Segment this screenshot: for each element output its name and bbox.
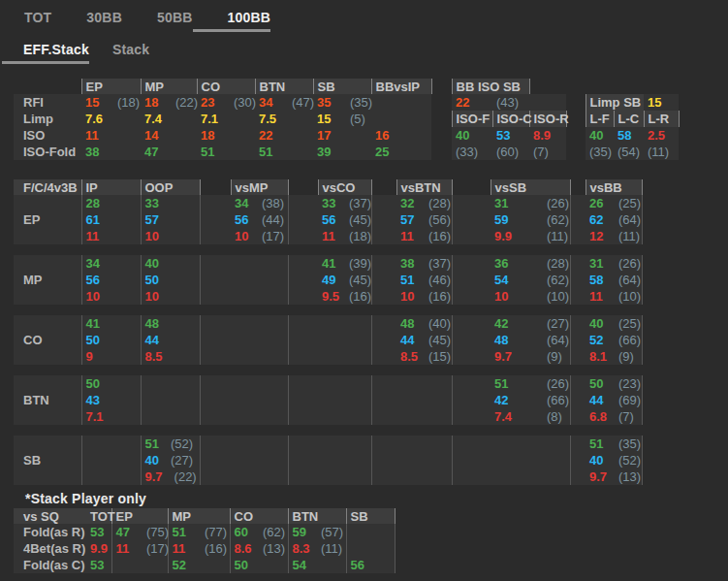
- value-cell: 12: [586, 228, 615, 244]
- value-cell: (28): [543, 255, 570, 272]
- value-cell: 59: [288, 524, 317, 540]
- value-cell: 39: [313, 144, 346, 160]
- value-cell: (7): [615, 408, 642, 425]
- value-cell: [345, 468, 371, 485]
- value-cell: [371, 375, 396, 392]
- value-cell: 7.4: [141, 111, 172, 127]
- value-cell: [570, 255, 586, 272]
- squeeze-table-title: *Stack Player only: [25, 491, 728, 506]
- value-cell: [288, 436, 318, 452]
- value-cell: (62): [259, 524, 288, 540]
- value-cell: [371, 408, 396, 425]
- value-cell: (11): [317, 540, 346, 557]
- value-cell: [317, 557, 346, 573]
- value-cell: [452, 255, 491, 272]
- value-cell: [570, 272, 586, 288]
- value-cell: 58: [586, 272, 615, 288]
- value-cell: [371, 272, 396, 288]
- header-cell: ISO-C: [492, 111, 529, 127]
- value-cell: [288, 452, 318, 468]
- value-cell: (26): [615, 255, 642, 272]
- value-cell: [231, 468, 258, 485]
- value-cell: [452, 211, 491, 228]
- value-cell: 60: [230, 524, 259, 540]
- value-cell: [566, 94, 586, 111]
- tab-50bb[interactable]: 50BB: [157, 10, 193, 32]
- value-cell: 40: [141, 255, 200, 272]
- value-cell: [288, 408, 318, 425]
- value-cell: [231, 392, 258, 408]
- value-cell: [529, 79, 566, 94]
- value-cell: 11: [168, 540, 201, 557]
- value-cell: (26): [543, 375, 570, 392]
- value-cell: [288, 228, 318, 244]
- value-cell: [371, 315, 396, 332]
- header-cell: SB: [346, 508, 395, 524]
- value-cell: (35): [586, 144, 614, 160]
- tab-stack[interactable]: Stack: [112, 42, 149, 64]
- value-cell: 7.6: [81, 111, 113, 127]
- value-cell: [200, 211, 231, 228]
- value-cell: [230, 144, 255, 160]
- value-cell: 6.8: [586, 408, 615, 425]
- poker-stats-panel: TOT 30BB 50BB 100BB EFF.Stack Stack EPMP…: [0, 0, 728, 573]
- value-cell: 34: [231, 195, 258, 211]
- value-cell: [345, 375, 371, 392]
- value-cell: [529, 94, 566, 111]
- tab-100bb[interactable]: 100BB: [228, 10, 271, 32]
- value-cell: [371, 211, 396, 228]
- value-cell: (44): [258, 211, 288, 228]
- value-cell: [371, 111, 431, 127]
- value-cell: [566, 111, 586, 127]
- value-cell: [231, 375, 258, 392]
- row-label: 4Bet(as R): [14, 540, 86, 557]
- value-cell: [288, 111, 313, 127]
- value-cell: 50: [230, 557, 259, 573]
- value-cell: 10: [231, 228, 258, 244]
- value-cell: (25): [615, 195, 642, 211]
- header-cell: BB ISO SB: [452, 79, 529, 94]
- tab-tot[interactable]: TOT: [24, 10, 51, 32]
- value-cell: (16): [201, 540, 230, 557]
- value-cell: [570, 348, 586, 365]
- value-cell: [345, 332, 371, 348]
- value-cell: 42: [491, 315, 543, 332]
- header-cell: SB: [313, 79, 371, 94]
- value-cell: (11): [543, 228, 570, 244]
- value-cell: [491, 436, 543, 452]
- value-cell: [258, 375, 288, 392]
- value-cell: [543, 468, 570, 485]
- value-cell: (9): [615, 348, 642, 365]
- value-cell: [258, 452, 288, 468]
- tab-30bb[interactable]: 30BB: [86, 10, 122, 32]
- value-cell: [425, 452, 452, 468]
- value-cell: [570, 228, 586, 244]
- value-cell: [345, 315, 371, 332]
- value-cell: [258, 392, 288, 408]
- value-cell: (62): [543, 272, 570, 288]
- value-cell: [452, 195, 491, 211]
- value-cell: 58: [614, 127, 644, 144]
- value-cell: [371, 255, 396, 272]
- value-cell: [231, 272, 258, 288]
- value-cell: [258, 348, 288, 365]
- value-cell: [81, 468, 141, 485]
- value-cell: 56: [318, 211, 345, 228]
- value-cell: [288, 315, 318, 332]
- value-cell: [172, 111, 197, 127]
- value-cell: 50: [81, 375, 141, 392]
- value-cell: (35): [346, 94, 371, 111]
- value-cell: [142, 557, 168, 573]
- value-cell: (28): [425, 195, 452, 211]
- tab-eff-stack[interactable]: EFF.Stack: [23, 42, 89, 64]
- value-cell: 52: [586, 332, 615, 348]
- value-cell: (77): [201, 524, 230, 540]
- value-cell: 11: [396, 228, 425, 244]
- value-cell: 33: [141, 195, 200, 211]
- value-cell: [371, 195, 396, 211]
- value-cell: 15: [644, 94, 679, 111]
- value-cell: 56: [231, 211, 258, 228]
- value-cell: [345, 436, 371, 452]
- value-cell: (18): [113, 94, 141, 111]
- value-cell: [371, 348, 396, 365]
